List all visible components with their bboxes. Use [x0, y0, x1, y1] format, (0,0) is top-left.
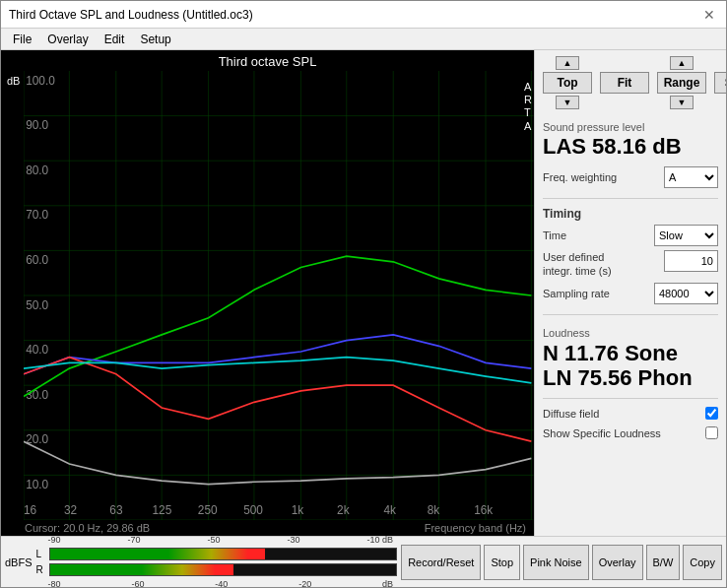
spl-section: Sound pressure level LAS 58.16 dB [543, 121, 718, 159]
divider-1 [543, 198, 718, 199]
spl-section-label: Sound pressure level [543, 121, 718, 133]
chart-svg: 100.0 90.0 80.0 70.0 60.0 50.0 40.0 30.0… [24, 71, 534, 520]
r-meter-fill [50, 564, 233, 575]
divider-2 [543, 314, 718, 315]
sampling-label: Sampling rate [543, 288, 610, 299]
overlay-button[interactable]: Overlay [592, 545, 643, 580]
right-panel: ▲ Top ▼ Fit ▲ Range ▼ Set [534, 50, 726, 536]
svg-text:16k: 16k [475, 503, 495, 517]
cursor-info: Cursor: 20.0 Hz, 29.86 dB Frequency band… [1, 520, 534, 536]
divider-3 [543, 398, 718, 399]
svg-text:32: 32 [64, 503, 77, 517]
menu-bar: File Overlay Edit Setup [1, 29, 726, 50]
time-label: Time [543, 229, 566, 241]
loudness-n-value: N 11.76 Sone [543, 341, 718, 365]
diffuse-field-label: Diffuse field [543, 408, 599, 420]
svg-text:16: 16 [24, 503, 36, 517]
close-button[interactable]: ✕ [700, 6, 718, 24]
window-title: Third Octave SPL and Loudness (Untitled.… [9, 8, 253, 22]
main-window: Third Octave SPL and Loudness (Untitled.… [0, 0, 727, 588]
svg-text:70.0: 70.0 [27, 208, 49, 222]
svg-text:40.0: 40.0 [27, 343, 49, 357]
svg-text:125: 125 [153, 503, 172, 517]
svg-text:2k: 2k [338, 503, 351, 517]
loudness-ln-value: LN 75.56 Phon [543, 365, 718, 390]
stop-button[interactable]: Stop [484, 545, 520, 580]
r-meter-bar [49, 563, 398, 576]
svg-text:90.0: 90.0 [27, 118, 49, 132]
freq-weighting-row: Freq. weighting A B C Lin [543, 166, 718, 188]
diffuse-field-checkbox[interactable] [705, 407, 718, 420]
menu-overlay[interactable]: Overlay [39, 31, 96, 48]
menu-file[interactable]: File [5, 31, 39, 48]
title-bar: Third Octave SPL and Loudness (Untitled.… [1, 1, 726, 29]
freq-weighting-control: A B C Lin [664, 166, 718, 188]
user-defined-input[interactable] [664, 250, 718, 272]
set-button[interactable]: Set [714, 72, 726, 94]
svg-text:250: 250 [198, 503, 218, 517]
range-control-group: ▲ Range ▼ [657, 56, 706, 109]
sampling-rate-row: Sampling rate 48000 44100 96000 [543, 283, 718, 304]
svg-text:100.0: 100.0 [27, 73, 56, 87]
chart-area: Third octave SPL dB [1, 50, 534, 536]
user-defined-row: User definedintegr. time (s) [543, 250, 718, 279]
record-reset-button[interactable]: Record/Reset [401, 545, 481, 580]
range-button[interactable]: Range [657, 72, 706, 94]
cursor-label: Cursor: 20.0 Hz, 29.86 dB [25, 522, 150, 534]
set-control-group: Set [714, 56, 726, 109]
show-specific-label: Show Specific Loudness [543, 427, 661, 439]
svg-text:500: 500 [244, 503, 264, 517]
view-controls: ▲ Top ▼ Fit ▲ Range ▼ Set [543, 56, 718, 109]
fit-control-group: Fit [600, 56, 649, 109]
level-meters: -90 -70 -50 -30 -10 dB L R [36, 533, 398, 588]
timing-title: Timing [543, 207, 718, 221]
top-up-button[interactable]: ▲ [556, 56, 579, 70]
time-select[interactable]: Slow Fast Impulse [654, 225, 718, 246]
user-defined-label: User definedintegr. time (s) [543, 250, 612, 279]
top-down-button[interactable]: ▼ [556, 96, 579, 109]
time-row: Time Slow Fast Impulse [543, 225, 718, 246]
menu-setup[interactable]: Setup [132, 31, 178, 48]
loudness-section: Loudness N 11.76 Sone LN 75.56 Phon [543, 327, 718, 391]
diffuse-field-row: Diffuse field [543, 407, 718, 420]
timing-section: Timing Time Slow Fast Impulse User defin… [543, 207, 718, 306]
svg-text:30.0: 30.0 [27, 388, 49, 402]
scale-top: -90 -70 -50 -30 -10 dB [36, 535, 398, 545]
menu-edit[interactable]: Edit [97, 31, 133, 48]
svg-text:60.0: 60.0 [27, 253, 49, 267]
chart-title: Third octave SPL [1, 50, 534, 71]
range-up-button[interactable]: ▲ [670, 56, 694, 70]
l-meter-fill [50, 549, 265, 559]
show-specific-row: Show Specific Loudness [543, 426, 718, 439]
bottom-bar: dBFS -90 -70 -50 -30 -10 dB L R [1, 536, 726, 587]
bw-button[interactable]: B/W [646, 545, 681, 580]
arta-watermark: ARTA [524, 81, 532, 133]
main-content: Third octave SPL dB [1, 50, 726, 536]
spl-value: LAS 58.16 dB [543, 135, 718, 159]
freq-band-label: Frequency band (Hz) [425, 522, 526, 534]
freq-weighting-label: Freq. weighting [543, 171, 617, 183]
loudness-section-label: Loudness [543, 327, 718, 339]
y-axis-label: dB [1, 71, 24, 520]
range-down-button[interactable]: ▼ [670, 96, 694, 109]
svg-text:50.0: 50.0 [27, 297, 49, 311]
l-channel-label: L [36, 549, 46, 559]
bottom-buttons: Record/Reset Stop Pink Noise Overlay B/W… [401, 545, 722, 580]
fit-button[interactable]: Fit [600, 72, 649, 94]
svg-text:4k: 4k [384, 503, 397, 517]
sampling-select[interactable]: 48000 44100 96000 [654, 283, 718, 304]
pink-noise-button[interactable]: Pink Noise [523, 545, 589, 580]
scale-bottom: -80 -60 -40 -20 dB [36, 579, 398, 588]
svg-text:8k: 8k [428, 503, 440, 517]
top-button[interactable]: Top [543, 72, 592, 94]
show-specific-checkbox[interactable] [705, 426, 718, 439]
top-control-group: ▲ Top ▼ [543, 56, 592, 109]
svg-text:10.0: 10.0 [27, 478, 49, 491]
svg-text:63: 63 [110, 503, 123, 517]
copy-button[interactable]: Copy [683, 545, 722, 580]
chart-wrapper: dB [1, 71, 534, 520]
r-channel-label: R [36, 564, 46, 575]
r-meter-row: R [36, 563, 398, 576]
dbfs-label: dBFS [5, 556, 33, 568]
freq-weighting-select[interactable]: A B C Lin [664, 166, 718, 188]
